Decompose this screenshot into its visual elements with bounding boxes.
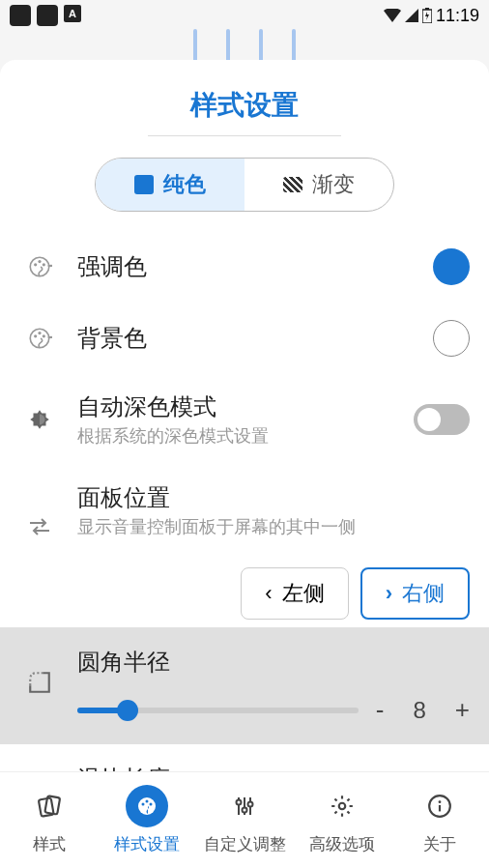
svg-point-9 [38, 332, 41, 334]
accent-color-swatch[interactable] [433, 248, 470, 285]
svg-point-16 [145, 800, 148, 803]
toggle-thumb [417, 408, 441, 431]
svg-point-18 [237, 800, 242, 805]
chevron-left-icon: ‹ [265, 581, 272, 606]
segment-solid[interactable]: 纯色 [96, 159, 244, 211]
signal-icon [405, 9, 418, 22]
setting-accent-color[interactable]: 强调色 [19, 231, 470, 303]
solid-color-icon [134, 175, 154, 194]
nav-styles[interactable]: 样式 [0, 772, 98, 868]
status-left: A [10, 5, 81, 26]
svg-point-10 [43, 334, 45, 337]
background-color-swatch[interactable] [433, 320, 470, 357]
panel-position-subtitle: 显示音量控制面板于屏幕的其中一侧 [77, 515, 470, 538]
svg-point-20 [248, 802, 253, 807]
svg-rect-24 [439, 805, 441, 812]
wifi-icon [384, 9, 401, 22]
svg-point-5 [43, 263, 45, 266]
swap-icon [19, 517, 60, 536]
palette-icon [126, 785, 168, 827]
status-right: 11:19 [384, 6, 479, 26]
position-right-label: 右侧 [402, 579, 445, 608]
gear-icon [321, 785, 363, 827]
status-notification-icon [10, 5, 31, 26]
nav-custom-label: 自定义调整 [204, 833, 286, 855]
position-right-button[interactable]: › 右侧 [360, 567, 470, 620]
page-title: 样式设置 [0, 60, 489, 148]
svg-point-21 [339, 803, 346, 810]
corner-radius-section: 圆角半径 - 8 + [0, 627, 489, 744]
svg-point-17 [149, 803, 152, 806]
corner-radius-slider[interactable] [77, 708, 359, 713]
nav-style-settings-label: 样式设置 [114, 833, 180, 855]
palette-icon [19, 254, 60, 279]
status-time: 11:19 [436, 6, 479, 26]
tune-icon [223, 785, 266, 827]
accent-color-label: 强调色 [77, 251, 416, 282]
svg-point-3 [34, 263, 37, 266]
nav-style-settings[interactable]: 样式设置 [98, 772, 195, 868]
info-icon [418, 785, 461, 827]
nav-advanced-label: 高级选项 [309, 833, 375, 855]
setting-auto-dark: 自动深色模式 根据系统的深色模式设置 [19, 374, 470, 465]
corner-radius-plus[interactable]: + [455, 695, 470, 725]
svg-point-15 [141, 803, 144, 806]
status-app-icon: A [64, 5, 81, 22]
setting-background-color[interactable]: 背景色 [19, 303, 470, 374]
segment-solid-label: 纯色 [163, 170, 206, 199]
corner-icon [19, 670, 60, 725]
nav-about[interactable]: 关于 [391, 772, 489, 868]
position-left-label: 左侧 [282, 579, 325, 608]
segment-gradient[interactable]: 渐变 [244, 159, 393, 211]
bottom-navigation: 样式 样式设置 自定义调整 高级选项 关于 [0, 771, 489, 868]
svg-point-23 [439, 800, 442, 803]
corner-radius-label: 圆角半径 [77, 647, 470, 678]
svg-rect-6 [48, 265, 52, 267]
background-color-label: 背景色 [77, 323, 416, 354]
status-notification-icon [37, 5, 58, 26]
auto-dark-label: 自动深色模式 [77, 391, 396, 422]
svg-point-4 [38, 260, 41, 263]
svg-rect-1 [425, 8, 429, 10]
auto-dark-toggle[interactable] [414, 404, 470, 435]
segment-gradient-label: 渐变 [312, 170, 355, 199]
position-left-button[interactable]: ‹ 左侧 [241, 567, 348, 620]
nav-styles-label: 样式 [33, 833, 66, 855]
styles-icon [28, 785, 71, 827]
auto-dark-subtitle: 根据系统的深色模式设置 [77, 424, 396, 448]
svg-point-8 [34, 334, 37, 337]
slider-length-section: 滑块长度 100 + [0, 744, 489, 771]
nav-advanced[interactable]: 高级选项 [294, 772, 391, 868]
svg-point-19 [243, 808, 247, 813]
color-type-segmented: 纯色 渐变 [95, 158, 394, 212]
battery-icon [422, 8, 432, 23]
nav-about-label: 关于 [423, 833, 456, 855]
corner-radius-minus[interactable]: - [376, 695, 385, 725]
slider-length-label: 滑块长度 [77, 764, 470, 771]
brightness-icon [19, 407, 60, 432]
panel-position-label: 面板位置 [77, 482, 470, 513]
settings-sheet: 样式设置 纯色 渐变 强调色 [0, 60, 489, 868]
chevron-right-icon: › [386, 581, 392, 606]
svg-rect-11 [48, 336, 52, 338]
palette-icon [19, 326, 60, 351]
corner-radius-value: 8 [413, 697, 425, 724]
gradient-icon [283, 177, 302, 192]
nav-custom[interactable]: 自定义调整 [195, 772, 293, 868]
slider-thumb[interactable] [117, 700, 138, 721]
